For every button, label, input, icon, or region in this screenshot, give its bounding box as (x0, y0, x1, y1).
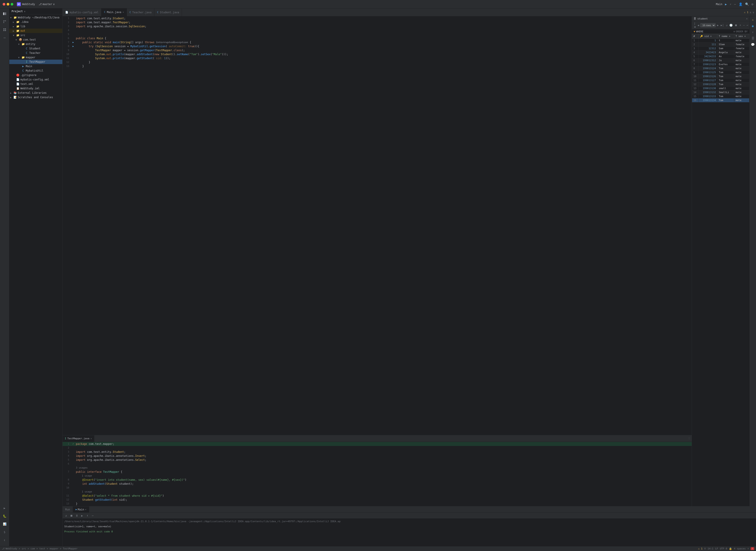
tree-item-webstudy[interactable]: ▼ 📁 WebStudy ~/Desktop/CS/Java (9, 15, 62, 20)
tree-item-src[interactable]: ▼ 📁 src (9, 33, 62, 37)
debug-button[interactable]: ⚡ (730, 2, 731, 6)
sub-tab-more[interactable]: ⋮ (688, 437, 692, 440)
tree-item-lib[interactable]: ▶ 📁 lib (9, 24, 62, 29)
tree-item-teacher[interactable]: C Teacher (9, 51, 62, 55)
settings-icon[interactable]: ⚙ (752, 2, 753, 6)
tree-item-mybatisconfig[interactable]: 📄 mybatis-config.xml (9, 77, 62, 82)
db-cell-sid[interactable]: 199013128 (699, 82, 717, 86)
sidebar-toggle-button[interactable] (1, 10, 8, 17)
version-control-icon[interactable]: ↕ (1, 536, 8, 543)
db-cell-sex[interactable]: male (734, 51, 749, 54)
tree-item-idea[interactable]: ▶ 📁 .idea (9, 20, 62, 24)
tree-item-main[interactable]: ▶ Main (9, 64, 62, 68)
vcs-status-icon[interactable]: V (704, 547, 706, 550)
db-refresh-icon[interactable]: ↺ (725, 23, 728, 27)
scroll-up-icon[interactable]: ∧ (750, 11, 751, 14)
db-cell-sex[interactable]: male (734, 90, 749, 94)
db-table-row[interactable]: 10199013126Tommale (692, 74, 749, 78)
run-panel-icon[interactable]: ▶ (1, 504, 8, 512)
db-cell-name[interactable]: t (717, 39, 734, 43)
db-table-row[interactable]: 2111SSamfemale (692, 43, 749, 47)
db-table-row[interactable]: 43423423Angelamale (692, 51, 749, 54)
tree-item-mapper[interactable]: ▼ 📁 mapper (9, 55, 62, 60)
db-cell-name[interactable]: Sam (717, 47, 734, 51)
tab-close-button[interactable]: ✕ (123, 11, 124, 13)
search-icon[interactable]: 🔍 (745, 2, 749, 6)
db-cell-name[interactable]: Tom (717, 98, 734, 102)
db-last-page-icon[interactable]: ▶| (720, 23, 725, 27)
tree-item-scratches[interactable]: ▶ 📝 Scratches and Consoles (9, 95, 62, 99)
tree-item-textxml[interactable]: 📄 text.xml (9, 82, 62, 86)
minimize-button[interactable] (7, 3, 9, 6)
db-col-header-name[interactable]: T name ÷ (717, 34, 734, 39)
db-cell-sid[interactable]: 34234233 (699, 54, 717, 58)
db-table-row[interactable]: 11199013127Tommale (692, 78, 749, 82)
tree-item-external-libraries[interactable]: ▶ 📚 External Libraries (9, 91, 62, 95)
bottom-tab-main[interactable]: ▶ Main ✕ (73, 506, 89, 512)
main-java-editor[interactable]: 1 import com.test.entity.Student; 2 impo… (62, 16, 692, 435)
db-cell-sid[interactable]: 199013133 (699, 94, 717, 98)
run-button[interactable]: ▶ (725, 2, 727, 6)
tree-item-testmapper[interactable]: I TestMapper (9, 60, 62, 64)
db-plugin-icon[interactable]: 🗄 (750, 36, 755, 41)
db-cell-sex[interactable]: female (734, 47, 749, 51)
db-cell-sex[interactable]: male (734, 70, 749, 74)
sub-tab-close-icon[interactable]: ✕ (90, 437, 92, 440)
db-table-area[interactable]: # 🔑 sid ÷ T name ÷ T (692, 34, 749, 506)
db-cell-sid[interactable]: 199013130 (699, 86, 717, 90)
indent-indicator[interactable]: 4 spaces (734, 547, 746, 550)
db-col-header-sex[interactable]: T sex ÷ (734, 34, 749, 39)
tab-student-java[interactable]: C Student.java (155, 8, 182, 16)
db-cell-name[interactable]: EveYes (717, 62, 734, 66)
db-cell-sex[interactable]: male (734, 78, 749, 82)
db-cell-sid[interactable]: 199013132 (699, 90, 717, 94)
more-button[interactable]: ⋯ (734, 2, 736, 6)
sub-tab-testmapper[interactable]: I TestMapper.java ✕ (62, 435, 94, 442)
bottom-tab-run[interactable]: Run (62, 506, 73, 512)
db-cell-sex[interactable]: female (734, 54, 749, 58)
db-undo-icon[interactable]: ↩ (746, 23, 749, 27)
db-table-row[interactable]: 13199013130smallmale (692, 86, 749, 90)
db-table-close-icon[interactable]: ✕ (746, 17, 748, 20)
db-cell-sex[interactable]: male (734, 39, 749, 43)
db-cell-sid[interactable]: 199013123 (699, 62, 717, 66)
db-cell-name[interactable]: An (717, 54, 734, 58)
scroll-down-icon[interactable]: ∨ (753, 11, 754, 14)
db-table-row[interactable]: 312312Samfemale (692, 47, 749, 51)
db-cell-sid[interactable]: 199013124 (699, 66, 717, 70)
tree-item-mybatisutil[interactable]: C MybatisUtil (9, 68, 62, 73)
vcs-icon[interactable] (1, 18, 8, 25)
db-table-row[interactable]: 16199013134Tommale (692, 98, 749, 102)
db-cell-name[interactable]: Jo (717, 58, 734, 62)
run-arrow-icon[interactable]: ▶ (72, 44, 74, 48)
db-cell-name[interactable]: Angela (717, 51, 734, 54)
db-history-icon[interactable]: 🕐 (729, 23, 733, 27)
db-remove-row-icon[interactable]: − (742, 23, 745, 27)
db-table-row[interactable]: 12199013128Tommale (692, 82, 749, 86)
db-table-row[interactable]: 15199013133Tommale (692, 94, 749, 98)
line-col-indicator[interactable]: 14:1 (707, 547, 713, 550)
tree-item-entity[interactable]: ▼ 📁 entity (9, 42, 62, 46)
db-cell-sex[interactable]: male (734, 58, 749, 62)
debug-panel-icon[interactable]: 🐛 (1, 512, 8, 520)
testmapper-editor[interactable]: 1 ✓ package com.test.mapper; 2 3 (62, 442, 692, 506)
db-rows-select[interactable]: 16 rows 32 rows (700, 23, 716, 27)
settings-console-icon[interactable]: ⋯ (90, 513, 95, 518)
db-cell-sid[interactable]: 12312 (699, 47, 717, 51)
db-cell-sex[interactable]: male (734, 86, 749, 90)
db-col-header-sid[interactable]: 🔑 sid ÷ (699, 34, 717, 39)
db-cell-sex[interactable]: male (734, 62, 749, 66)
close-button[interactable] (3, 3, 5, 6)
db-cell-sex[interactable]: male (734, 94, 749, 98)
db-next-page-icon[interactable]: ▶ (716, 23, 719, 27)
db-table-row[interactable]: 6199012312Jomale (692, 58, 749, 62)
tree-item-out[interactable]: ▶ 📁 out (9, 29, 62, 33)
db-cell-sex[interactable]: male (734, 82, 749, 86)
terminal-icon[interactable]: $ (1, 528, 8, 535)
ai-icon[interactable]: ◉ (750, 23, 755, 28)
resume-icon[interactable]: ▶ (80, 513, 84, 518)
db-cell-name[interactable]: Tom (717, 66, 734, 70)
line-ending-indicator[interactable]: LF (715, 547, 718, 550)
bottom-tab-close-icon[interactable]: ✕ (85, 508, 86, 511)
share-icon[interactable]: ⬆ (747, 547, 749, 550)
